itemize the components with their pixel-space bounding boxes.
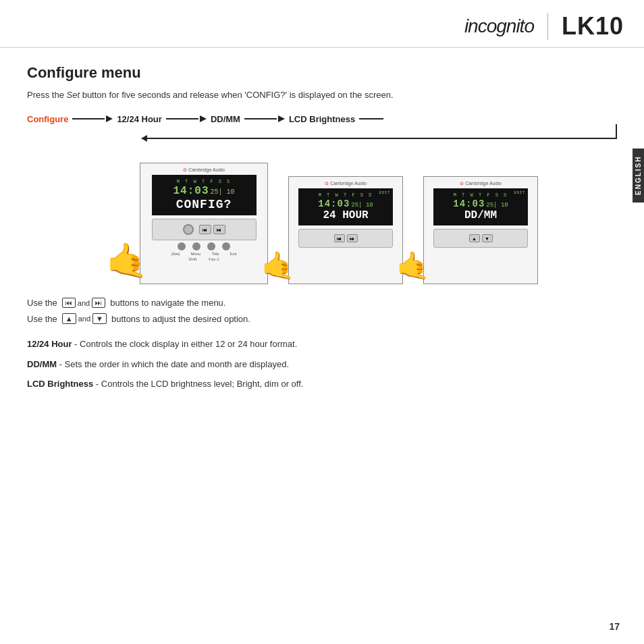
options-section: 12/24 Hour - Controls the clock display … <box>27 338 617 391</box>
edit-label-2: EDIT <box>379 190 390 195</box>
next-btn-2[interactable]: ⏭ <box>347 234 358 242</box>
option-key-0: 12/24 Hour <box>27 339 72 349</box>
screen-sub-2: 25| 10 <box>351 202 373 209</box>
flow-arrow-1 <box>72 113 113 124</box>
circle-btn-4[interactable] <box>222 242 230 250</box>
and-word-2: and <box>78 315 90 323</box>
brand-incognito: incognito <box>464 16 534 37</box>
flow-item-1: 12/24 Hour <box>117 114 161 124</box>
header-brand: incognito LK10 <box>464 12 624 41</box>
prev-icon: ⏮ <box>62 298 76 308</box>
device-wrapper-2: 🤙 ⊙ Cambridge Audio EDIT M T W T F S S 1… <box>261 176 403 284</box>
page-title: Configure menu <box>27 64 617 82</box>
adjust-suffix: buttons to adjust the desired option. <box>111 314 250 324</box>
screen-days-1: M T W T F S S <box>177 179 232 184</box>
nav-buttons-2: ⏮ ⏭ <box>334 234 358 242</box>
nav-icons-inline: ⏮ and ⏭ <box>62 298 105 308</box>
intro-text: Press the Set button for five seconds an… <box>27 90 617 100</box>
button-row-1 <box>178 242 230 250</box>
next-btn-3[interactable]: ▼ <box>482 234 493 242</box>
hand-icon-1: 🤙 <box>106 244 148 277</box>
prev-btn[interactable]: ⏮ <box>199 225 211 234</box>
option-line-0: 12/24 Hour - Controls the clock display … <box>27 338 617 351</box>
flow-top-row: Configure 12/24 Hour DD/MM LCD Brightn <box>27 113 617 124</box>
option-desc-2: - Controls the LCD brightness level; Bri… <box>93 379 303 389</box>
flow-item-3: LCD Brightness <box>289 114 355 124</box>
circle-btn-2[interactable] <box>192 242 200 250</box>
control-bar-3: ▲ ▼ <box>433 229 528 248</box>
brand-divider <box>547 13 548 40</box>
option-key-1: DD/MM <box>27 359 57 369</box>
screen-sub-3: 25| 10 <box>486 202 508 209</box>
screen-display-2: 24 HOUR <box>323 209 368 221</box>
device-brand-2: ⊙ Cambridge Audio <box>325 181 367 186</box>
control-bar-2: ⏮ ⏭ <box>298 229 393 248</box>
device-controls-1: ⏮ ⏭ (Set)MenuTitleExit ShiftFav <box>152 219 257 261</box>
option-line-1: DD/MM - Sets the order in which the date… <box>27 358 617 371</box>
screen-time-1: 14:03 <box>173 186 209 196</box>
flow-diagram: Configure 12/24 Hour DD/MM LCD Brightn <box>27 113 617 139</box>
device-unit-1: ⊙ Cambridge Audio M T W T F S S 14:03 25… <box>140 163 268 284</box>
prev-btn-2[interactable]: ⏮ <box>334 234 345 242</box>
main-content: Configure menu Press the Set button for … <box>0 48 644 414</box>
and-word: and <box>78 299 90 307</box>
navigate-suffix: buttons to navigate the menu. <box>110 298 225 308</box>
option-line-2: LCD Brightness - Controls the LCD bright… <box>27 377 617 391</box>
circle-btn-3[interactable] <box>207 242 215 250</box>
device-controls-3: ▲ ▼ <box>433 229 528 250</box>
btn-labels-1: (Set)MenuTitleExit <box>171 252 236 256</box>
next-icon: ⏭ <box>92 298 105 308</box>
up-icon: ▲ <box>62 313 76 324</box>
control-bar-1: ⏮ ⏭ <box>152 219 257 240</box>
device-screen-1: M T W T F S S 14:03 25| 10 CONFIG? <box>152 175 257 215</box>
devices-row: 🤙 ⊙ Cambridge Audio M T W T F S S 14:03 … <box>27 163 617 284</box>
next-btn[interactable]: ⏭ <box>213 225 225 234</box>
instructions-section: Use the ⏮ and ⏭ buttons to navigate the … <box>27 298 617 324</box>
return-arrow-container <box>142 124 617 139</box>
screen-display-1: CONFIG? <box>176 198 232 211</box>
device-unit-3: ⊙ Cambridge Audio EDIT M T W T F S S 14:… <box>423 176 538 284</box>
nav-buttons-1: ⏮ ⏭ <box>199 225 225 234</box>
adjust-prefix: Use the <box>27 314 57 324</box>
shift-fav-label: ShiftFav-1 <box>188 257 219 261</box>
option-desc-0: - Controls the clock display in either 1… <box>72 339 297 349</box>
screen-time-2: 14:03 <box>318 199 350 209</box>
nav-buttons-3: ▲ ▼ <box>469 234 493 242</box>
flow-arrow-3 <box>244 113 285 124</box>
prev-btn-3[interactable]: ▲ <box>469 234 480 242</box>
navigate-line: Use the ⏮ and ⏭ buttons to navigate the … <box>27 298 617 308</box>
screen-days-3: M T W T F S S <box>454 192 508 198</box>
device-controls-2: ⏮ ⏭ <box>298 229 393 250</box>
device-unit-2: ⊙ Cambridge Audio EDIT M T W T F S S 14:… <box>288 176 403 284</box>
page-number: 17 <box>609 621 620 632</box>
device-brand-3: ⊙ Cambridge Audio <box>460 181 502 186</box>
screen-days-2: M T W T F S S <box>319 192 373 198</box>
cambridge-logo-1: ⊙ <box>183 167 187 172</box>
circle-btn-1[interactable] <box>178 242 186 250</box>
flow-arrow-4 <box>359 113 383 124</box>
option-desc-1: - Sets the order in which the date and m… <box>57 359 289 369</box>
hand-icon-2: 🤙 <box>261 252 295 279</box>
flow-configure-label: Configure <box>27 114 68 124</box>
screen-display-3: DD/MM <box>464 209 497 221</box>
flow-arrow-2 <box>166 113 207 124</box>
header: incognito LK10 <box>0 0 644 48</box>
cambridge-logo-2: ⊙ <box>325 181 329 186</box>
device-brand-1: ⊙ Cambridge Audio <box>183 167 225 173</box>
intro-set-word: Set <box>67 90 80 100</box>
flow-item-2: DD/MM <box>211 114 240 124</box>
device-screen-2: EDIT M T W T F S S 14:03 25| 10 24 HOUR <box>298 188 393 225</box>
hand-icon-3: 🤙 <box>396 252 430 279</box>
device-wrapper-3: 🤙 ⊙ Cambridge Audio EDIT M T W T F S S 1… <box>396 176 538 284</box>
device-wrapper-1: 🤙 ⊙ Cambridge Audio M T W T F S S 14:03 … <box>106 163 268 284</box>
down-icon: ▼ <box>92 313 107 324</box>
option-key-2: LCD Brightness <box>27 379 93 389</box>
screen-sub-1: 25| 10 <box>211 188 235 196</box>
screen-time-3: 14:03 <box>453 199 485 209</box>
intro-suffix: button for five seconds and release when… <box>80 90 394 100</box>
side-tab-english: ENGLISH <box>633 149 644 203</box>
cambridge-logo-3: ⊙ <box>460 181 464 186</box>
edit-label-3: EDIT <box>514 190 525 195</box>
adjust-line: Use the ▲ and ▼ buttons to adjust the de… <box>27 313 617 324</box>
brand-lk10: LK10 <box>562 12 624 41</box>
